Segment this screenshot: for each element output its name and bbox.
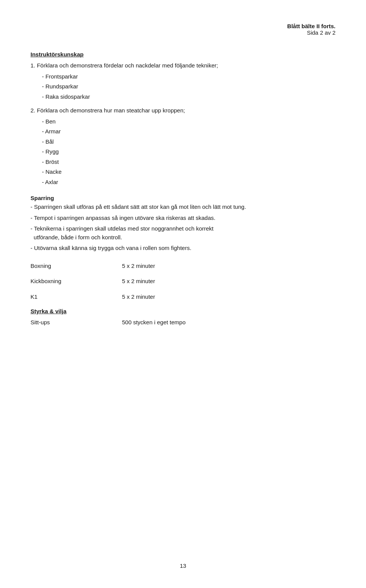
page-number: 13 [180,562,186,569]
sparring-section: Sparring - Sparringen skall utföras på e… [30,195,336,253]
sparring-heading: Sparring [30,195,336,201]
page-footer: 13 [0,562,366,569]
page-header: Blått bälte II forts. Sida 2 av 2 [30,23,336,36]
header-page: Sida 2 av 2 [30,29,336,36]
sparring-item: - Tempot i sparringen anpassas så ingen … [30,214,336,223]
instruktorskunskap-heading: Instruktörskunskap [30,51,336,58]
list-item: - Rundsparkar [42,82,336,91]
table-row: Sitt-ups 500 stycken i eget tempo [30,318,336,327]
table-row: Boxning 5 x 2 minuter [30,262,336,271]
list-item: - Bål [42,138,336,146]
list-item: - Axlar [42,178,336,187]
list-item: - Nacke [42,168,336,176]
point1-intro: 1. Förklara och demonstrera fördelar och… [30,61,336,70]
list-item: - Bröst [42,158,336,167]
k1-value: 5 x 2 minuter [122,293,155,301]
boxing-table: Boxning 5 x 2 minuter Kickboxning 5 x 2 … [30,262,336,301]
styrka-section: Styrka & vilja Sitt-ups 500 stycken i eg… [30,308,336,327]
styrka-heading: Styrka & vilja [30,308,336,314]
page: Blått bälte II forts. Sida 2 av 2 Instru… [0,0,366,588]
instruktorskunskap-section: Instruktörskunskap 1. Förklara och demon… [30,51,336,186]
boxing-value: 5 x 2 minuter [122,262,155,271]
table-row: K1 5 x 2 minuter [30,293,336,301]
boxing-label: Boxning [30,262,122,271]
table-row: Kickboxning 5 x 2 minuter [30,277,336,286]
point2-intro: 2. Förklara och demonstrera hur man stea… [30,106,336,115]
list-item: - Rygg [42,147,336,156]
list-item: - Armar [42,127,336,136]
sparring-item: - Sparringen skall utföras på ett sådant… [30,203,336,211]
list-item: - Ben [42,117,336,126]
list-item: - Frontsparkar [42,72,336,81]
list-item: - Raka sidosparkar [42,93,336,101]
kickboxning-label: Kickboxning [30,277,122,286]
kickboxning-value: 5 x 2 minuter [122,277,155,286]
sparring-item: - Utövarna skall känna sig trygga och va… [30,244,336,253]
sittups-label: Sitt-ups [30,318,122,327]
sittups-value: 500 stycken i eget tempo [122,318,186,327]
header-title: Blått bälte II forts. [30,23,336,29]
k1-label: K1 [30,293,122,301]
sparring-item: - Teknikerna i sparringen skall utdelas … [30,224,336,242]
